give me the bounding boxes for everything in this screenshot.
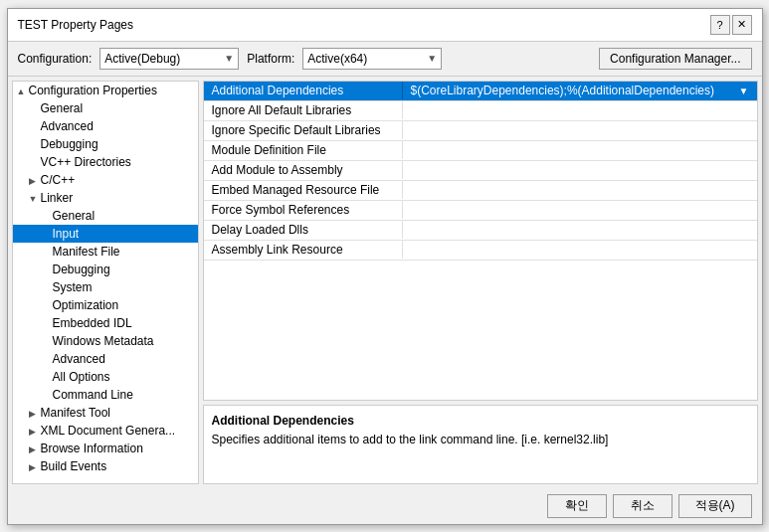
tree-label-config-props: Configuration Properties [29, 84, 157, 97]
main-content: ▲ Configuration Properties General Advan… [8, 77, 762, 488]
prop-row-delay-loaded-dlls[interactable]: Delay Loaded Dlls [204, 221, 757, 241]
tree-label-linker-advanced: Advanced [53, 352, 105, 366]
tree-panel: ▲ Configuration Properties General Advan… [12, 81, 199, 484]
config-manager-button[interactable]: Configuration Manager... [599, 48, 751, 70]
tree-item-linker-advanced[interactable]: Advanced [13, 350, 198, 368]
prop-value-ignore-all-default [403, 108, 757, 112]
tree-arrow-xml-document: ▶ [29, 427, 41, 437]
tree-arrow-build-events: ▶ [29, 462, 41, 472]
prop-value-delay-loaded-dlls [403, 228, 757, 232]
tree-item-linker-general[interactable]: General [13, 207, 198, 225]
tree-label-linker-embedded-idl: Embedded IDL [53, 316, 132, 330]
properties-grid: Additional Dependencies$(CoreLibraryDepe… [203, 81, 758, 401]
tree-arrow-manifest-tool: ▶ [29, 409, 41, 419]
cancel-button[interactable]: 취소 [613, 494, 673, 518]
config-dropdown-arrow: ▼ [224, 53, 234, 64]
prop-name-ignore-all-default: Ignore All Default Libraries [204, 101, 403, 119]
tree-label-cpp: C/C++ [41, 173, 76, 187]
prop-value-dropdown-additional-dependencies[interactable]: ▼ [739, 86, 749, 96]
prop-value-module-definition [403, 148, 757, 152]
tree-label-xml-document: XML Document Genera... [41, 424, 176, 438]
prop-row-ignore-specific[interactable]: Ignore Specific Default Libraries [204, 121, 757, 141]
tree-item-linker[interactable]: ▼ Linker [13, 189, 198, 207]
prop-name-module-definition: Module Definition File [204, 141, 403, 159]
tree-arrow-cpp: ▶ [29, 176, 41, 186]
tree-item-linker-system[interactable]: System [13, 278, 198, 296]
description-title: Additional Dependencies [212, 414, 749, 428]
tree-label-linker-system: System [53, 280, 93, 294]
tree-label-debugging: Debugging [41, 137, 98, 151]
tree-item-linker-windows-metadata[interactable]: Windows Metadata [13, 332, 198, 350]
prop-row-assembly-link-resource[interactable]: Assembly Link Resource [204, 241, 757, 261]
platform-dropdown-arrow: ▼ [427, 53, 437, 64]
tree-label-advanced: Advanced [41, 119, 94, 133]
tree-label-linker-command-line: Command Line [53, 388, 133, 402]
tree-item-linker-manifest[interactable]: Manifest File [13, 243, 198, 261]
config-value: Active(Debug) [104, 52, 180, 66]
prop-name-add-module-assembly: Add Module to Assembly [204, 161, 403, 179]
help-button[interactable]: ? [710, 15, 730, 35]
platform-value: Active(x64) [307, 52, 367, 66]
tree-label-manifest-tool: Manifest Tool [41, 406, 110, 420]
button-bar: 확인 취소 적용(A) [8, 488, 762, 524]
title-bar-buttons: ? ✕ [710, 15, 752, 35]
tree-item-advanced[interactable]: Advanced [13, 117, 198, 135]
tree-label-linker-manifest: Manifest File [53, 245, 120, 259]
prop-row-additional-dependencies[interactable]: Additional Dependencies$(CoreLibraryDepe… [204, 82, 757, 101]
platform-select[interactable]: Active(x64) ▼ [302, 48, 442, 70]
prop-name-additional-dependencies: Additional Dependencies [204, 82, 403, 99]
prop-value-assembly-link-resource [403, 248, 757, 252]
ok-button[interactable]: 확인 [547, 494, 607, 518]
tree-label-linker-debugging: Debugging [53, 263, 110, 276]
tree-item-manifest-tool[interactable]: ▶ Manifest Tool [13, 404, 198, 422]
tree-item-vc-directories[interactable]: VC++ Directories [13, 153, 198, 171]
tree-item-linker-embedded-idl[interactable]: Embedded IDL [13, 314, 198, 332]
tree-item-general[interactable]: General [13, 99, 198, 117]
tree-label-linker: Linker [41, 191, 74, 205]
tree-item-cpp[interactable]: ▶ C/C++ [13, 171, 198, 189]
close-button[interactable]: ✕ [732, 15, 752, 35]
tree-item-xml-document[interactable]: ▶ XML Document Genera... [13, 422, 198, 440]
prop-name-embed-managed-resource: Embed Managed Resource File [204, 181, 403, 199]
prop-name-force-symbol-references: Force Symbol References [204, 201, 403, 219]
tree-item-debugging[interactable]: Debugging [13, 135, 198, 153]
tree-item-linker-debugging[interactable]: Debugging [13, 261, 198, 278]
prop-row-ignore-all-default[interactable]: Ignore All Default Libraries [204, 101, 757, 121]
configuration-select[interactable]: Active(Debug) ▼ [99, 48, 239, 70]
tree-label-browse-info: Browse Information [41, 442, 143, 455]
tree-item-build-events[interactable]: ▶ Build Events [13, 457, 198, 475]
prop-row-embed-managed-resource[interactable]: Embed Managed Resource File [204, 181, 757, 201]
tree-label-linker-all-options: All Options [53, 370, 110, 384]
prop-row-module-definition[interactable]: Module Definition File [204, 141, 757, 161]
tree-label-linker-windows-metadata: Windows Metadata [53, 334, 154, 348]
tree-item-linker-input[interactable]: Input [13, 225, 198, 243]
tree-item-browse-info[interactable]: ▶ Browse Information [13, 440, 198, 457]
apply-button[interactable]: 적용(A) [678, 494, 752, 518]
platform-label: Platform: [247, 52, 294, 66]
tree-item-linker-command-line[interactable]: Command Line [13, 386, 198, 404]
title-bar: TEST Property Pages ? ✕ [8, 9, 762, 42]
tree-arrow-linker: ▼ [29, 194, 41, 204]
tree-item-linker-all-options[interactable]: All Options [13, 368, 198, 386]
config-label: Configuration: [18, 52, 93, 66]
right-panel: Additional Dependencies$(CoreLibraryDepe… [203, 81, 758, 484]
tree-label-vc-directories: VC++ Directories [41, 155, 131, 169]
prop-value-ignore-specific [403, 128, 757, 132]
tree-arrow-config-props: ▲ [17, 87, 29, 96]
prop-row-force-symbol-references[interactable]: Force Symbol References [204, 201, 757, 221]
tree-label-linker-optimization: Optimization [53, 298, 119, 312]
prop-value-embed-managed-resource [403, 188, 757, 192]
tree-item-linker-optimization[interactable]: Optimization [13, 296, 198, 314]
tree-label-linker-input: Input [53, 227, 80, 241]
tree-arrow-browse-info: ▶ [29, 444, 41, 454]
dialog-title: TEST Property Pages [18, 18, 134, 32]
tree-item-config-props[interactable]: ▲ Configuration Properties [13, 82, 198, 99]
prop-value-force-symbol-references [403, 208, 757, 212]
config-bar: Configuration: Active(Debug) ▼ Platform:… [8, 42, 762, 77]
property-pages-dialog: TEST Property Pages ? ✕ Configuration: A… [7, 8, 763, 525]
description-text: Specifies additional items to add to the… [212, 432, 749, 448]
tree-label-build-events: Build Events [41, 459, 107, 473]
prop-name-ignore-specific: Ignore Specific Default Libraries [204, 121, 403, 139]
prop-value-additional-dependencies: $(CoreLibraryDependencies);%(AdditionalD… [403, 82, 757, 99]
prop-row-add-module-assembly[interactable]: Add Module to Assembly [204, 161, 757, 181]
